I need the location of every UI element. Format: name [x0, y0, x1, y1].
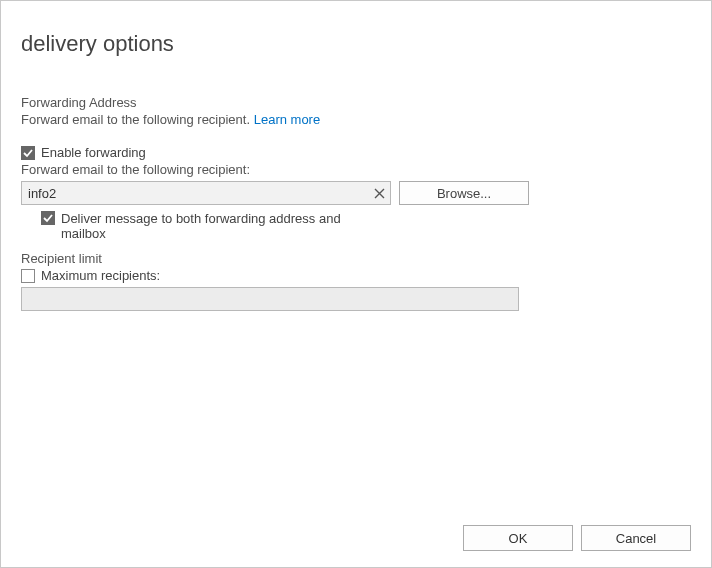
maximum-recipients-input[interactable]	[21, 287, 519, 311]
recipient-limit-heading: Recipient limit	[21, 251, 691, 266]
forward-recipient-input[interactable]	[21, 181, 391, 205]
cancel-button[interactable]: Cancel	[581, 525, 691, 551]
forward-recipient-label: Forward email to the following recipient…	[21, 162, 691, 177]
maximum-recipients-label: Maximum recipients:	[41, 268, 160, 283]
page-title: delivery options	[21, 31, 691, 57]
ok-button[interactable]: OK	[463, 525, 573, 551]
forward-recipient-field-wrap	[21, 181, 391, 205]
browse-button[interactable]: Browse...	[399, 181, 529, 205]
enable-forwarding-checkbox[interactable]	[21, 146, 35, 160]
maximum-recipients-checkbox[interactable]	[21, 269, 35, 283]
enable-forwarding-label: Enable forwarding	[41, 145, 146, 160]
deliver-both-label: Deliver message to both forwarding addre…	[61, 211, 361, 241]
forwarding-desc-line: Forward email to the following recipient…	[21, 112, 691, 127]
forwarding-desc: Forward email to the following recipient…	[21, 112, 250, 127]
deliver-both-checkbox[interactable]	[41, 211, 55, 225]
forwarding-heading: Forwarding Address	[21, 95, 691, 110]
clear-recipient-icon[interactable]	[369, 183, 389, 203]
learn-more-link[interactable]: Learn more	[254, 112, 320, 127]
